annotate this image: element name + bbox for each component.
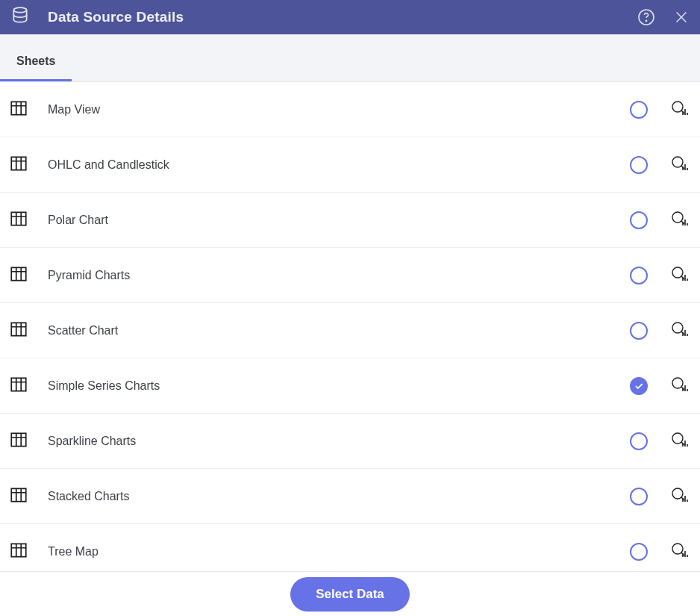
sheet-select-radio[interactable]: [630, 322, 648, 340]
dialog-title: Data Source Details: [48, 9, 619, 25]
sheet-row[interactable]: Polar Chart: [0, 193, 700, 248]
sheet-label: Polar Chart: [42, 214, 616, 227]
svg-point-20: [672, 544, 683, 554]
svg-point-8: [672, 212, 683, 223]
select-data-button[interactable]: Select Data: [290, 577, 410, 612]
svg-rect-7: [11, 212, 26, 225]
svg-point-4: [672, 102, 683, 112]
sheet-label: Simple Series Charts: [42, 379, 616, 393]
sheet-select-radio[interactable]: [630, 432, 648, 450]
sheet-label: Pyramid Charts: [42, 269, 616, 282]
svg-rect-13: [11, 378, 26, 391]
sheet-preview-button[interactable]: [669, 319, 690, 343]
svg-rect-15: [11, 433, 26, 446]
sheet-select-radio[interactable]: [630, 211, 648, 229]
sheet-preview-button[interactable]: [669, 98, 690, 122]
sheet-icon: [9, 154, 28, 176]
sheet-row[interactable]: Stacked Charts: [0, 469, 700, 524]
sheet-row[interactable]: Pyramid Charts: [0, 248, 700, 303]
sheet-icon: [9, 485, 28, 508]
sheet-icon: [9, 541, 28, 563]
sheet-select-radio[interactable]: [630, 267, 648, 284]
svg-point-6: [672, 157, 683, 167]
sheet-row[interactable]: Scatter Chart: [0, 303, 700, 358]
close-button[interactable]: [673, 9, 690, 25]
sheet-select-radio[interactable]: [630, 156, 648, 174]
svg-point-12: [672, 323, 683, 333]
svg-point-0: [13, 7, 26, 13]
sheet-label: OHLC and Candlestick: [42, 158, 616, 172]
sheet-icon: [9, 209, 28, 231]
sheet-label: Scatter Chart: [42, 324, 616, 337]
sheet-row[interactable]: OHLC and Candlestick: [0, 137, 700, 193]
sheet-label: Tree Map: [42, 545, 616, 559]
sheets-list: Map View OHLC and Candlestick Polar Char…: [0, 82, 700, 571]
svg-rect-19: [11, 544, 26, 556]
dialog-footer: Select Data: [0, 571, 700, 616]
sheet-label: Sparkline Charts: [42, 435, 616, 448]
svg-point-18: [672, 488, 683, 499]
svg-rect-11: [11, 323, 26, 335]
sheet-row[interactable]: Simple Series Charts: [0, 358, 700, 414]
sheet-preview-button[interactable]: [669, 153, 690, 177]
sheet-preview-button[interactable]: [669, 374, 690, 398]
sheet-row[interactable]: Sparkline Charts: [0, 414, 700, 469]
sheet-icon: [9, 264, 28, 287]
sheet-row[interactable]: Map View: [0, 82, 700, 137]
sheet-icon: [9, 320, 28, 342]
tab-label: Sheets: [16, 55, 55, 67]
sheet-select-radio[interactable]: [630, 101, 648, 119]
sheet-preview-button[interactable]: [669, 208, 690, 232]
sheet-preview-button[interactable]: [669, 429, 690, 453]
sheet-label: Stacked Charts: [42, 490, 616, 503]
svg-point-16: [672, 433, 683, 444]
help-button[interactable]: [637, 8, 655, 26]
tab-sheets[interactable]: Sheets: [0, 38, 72, 81]
database-icon: [10, 6, 30, 28]
sheet-label: Map View: [42, 103, 616, 116]
sheet-icon: [9, 430, 28, 452]
svg-rect-5: [11, 157, 26, 169]
sheet-select-radio[interactable]: [630, 377, 648, 395]
svg-rect-17: [11, 488, 26, 501]
tabs-bar: Sheets: [0, 34, 700, 82]
sheet-preview-button[interactable]: [669, 485, 690, 508]
sheet-icon: [9, 375, 28, 397]
svg-rect-9: [11, 267, 26, 280]
svg-point-10: [672, 267, 683, 278]
sheet-preview-button[interactable]: [669, 540, 690, 564]
dialog-header: Data Source Details: [0, 0, 700, 34]
svg-point-2: [646, 20, 646, 21]
svg-rect-3: [11, 102, 26, 114]
sheet-select-radio[interactable]: [630, 488, 648, 505]
sheet-row[interactable]: Tree Map: [0, 524, 700, 571]
sheet-preview-button[interactable]: [669, 264, 690, 287]
sheet-select-radio[interactable]: [630, 543, 648, 561]
svg-point-14: [672, 378, 683, 388]
sheet-icon: [9, 99, 28, 121]
